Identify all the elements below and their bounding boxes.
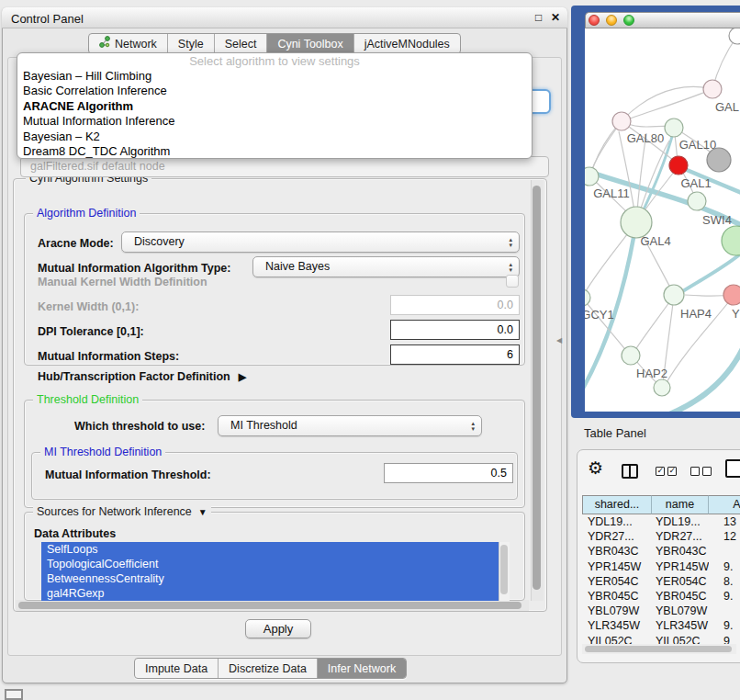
table-cell: YIL052C <box>652 634 709 645</box>
tab-network[interactable]: Network <box>89 34 167 53</box>
table-row[interactable]: YDR27...YDR27...12 <box>582 529 740 544</box>
table-row[interactable]: YBR045CYBR045C9. <box>582 589 740 604</box>
network-node-gal4[interactable] <box>621 207 652 238</box>
control-panel-titlebar[interactable] <box>2 7 567 28</box>
table-cell: 9 <box>709 634 740 645</box>
bottom-left-button-fragment[interactable] <box>5 689 23 700</box>
table-cell: YDR27... <box>652 529 709 544</box>
zoom-traffic-light-icon[interactable] <box>623 15 634 26</box>
data-attributes-list[interactable]: SelfLoopsTopologicalCoefficientBetweenne… <box>41 542 499 601</box>
tab-style[interactable]: Style <box>167 34 214 53</box>
table-row[interactable]: YPR145WYPR145W9. <box>582 559 740 574</box>
node-label-gal1: GAL1 <box>680 176 711 190</box>
network-node-gal1[interactable] <box>669 156 688 175</box>
network-node-gal11[interactable] <box>585 167 599 186</box>
apply-button[interactable]: Apply <box>245 619 311 638</box>
float-window-icon[interactable]: □ <box>535 11 549 24</box>
mi-algorithm-type-value: Naive Bayes <box>265 257 519 277</box>
settings-horizontal-scrollbar-thumb[interactable] <box>18 602 521 609</box>
node-label-hap4: HAP4 <box>680 307 712 321</box>
column-header-name[interactable]: name <box>652 495 709 514</box>
table-row[interactable]: YIL052CYIL052C9 <box>582 634 740 645</box>
node-label-swi4: SWI4 <box>702 213 732 227</box>
table-row[interactable]: YLR345WYLR345W9. <box>582 618 740 633</box>
minimize-traffic-light-icon[interactable] <box>606 15 617 26</box>
node-label-gal4: GAL4 <box>640 234 670 248</box>
table-row[interactable]: YDL19...YDL19...13 <box>582 514 740 529</box>
hub-transcription-factor-expander[interactable]: Hub/Transcription Factor Definition <box>38 370 246 383</box>
which-threshold-combo[interactable]: MI Threshold <box>218 415 482 436</box>
algorithm-dropdown-list: Bayesian – Hill ClimbingBasic Correlatio… <box>17 69 532 159</box>
column-header-a[interactable]: A <box>709 495 740 514</box>
split-columns-icon[interactable] <box>622 464 638 479</box>
network-node-hap4[interactable] <box>664 285 684 305</box>
tab-jactivemnodules[interactable]: jActiveMNodules <box>353 34 460 53</box>
tab-impute-data[interactable]: Impute Data <box>135 659 218 678</box>
deselect-all-checkboxes-icon[interactable] <box>690 467 712 476</box>
kernel-width-field[interactable]: 0.0 <box>390 295 520 315</box>
tab-label: Style <box>178 34 204 54</box>
attribute-item-selfloops[interactable]: SelfLoops <box>41 542 499 557</box>
network-node-y[interactable] <box>723 285 740 305</box>
settings-vertical-scrollbar-thumb[interactable] <box>533 186 541 590</box>
attributes-list-scrollbar-thumb[interactable] <box>500 545 508 594</box>
network-node-gcy1[interactable] <box>585 289 590 306</box>
network-node[interactable] <box>729 28 740 44</box>
algorithm-dropdown-popup: Select algorithm to view settings Bayesi… <box>17 52 533 159</box>
table-row[interactable]: YBL079WYBL079W <box>582 604 740 618</box>
table-cell: YIL052C <box>582 634 652 645</box>
attribute-item-topologicalcoefficient[interactable]: TopologicalCoefficient <box>41 557 499 571</box>
close-traffic-light-icon[interactable] <box>589 15 600 26</box>
tab-label: Discretize Data <box>229 659 307 679</box>
network-node-gal[interactable] <box>703 80 722 98</box>
control-panel-tabbar: NetworkStyleSelectCyni ToolboxjActiveMNo… <box>88 33 461 54</box>
algorithm-option-bayesian-k2[interactable]: Bayesian – K2 <box>17 130 532 144</box>
algorithm-option-bayesian-hill-climbing[interactable]: Bayesian – Hill Climbing <box>17 69 532 84</box>
table-horizontal-scrollbar-thumb[interactable] <box>585 646 732 652</box>
aracne-mode-value: Discovery <box>134 232 519 252</box>
network-node[interactable] <box>722 226 740 255</box>
tab-select[interactable]: Select <box>214 34 267 53</box>
mi-steps-field[interactable]: 6 <box>390 344 520 365</box>
network-node-gal80[interactable] <box>612 112 631 130</box>
algorithm-option-aracne-algorithm[interactable]: ARACNE Algorithm <box>17 99 532 114</box>
algorithm-option-mutual-information-inference[interactable]: Mutual Information Inference <box>17 114 532 129</box>
close-window-icon[interactable]: ✕ <box>551 11 560 24</box>
network-node-swi4[interactable] <box>688 192 706 210</box>
checked-box-icon <box>656 467 665 476</box>
dpi-tolerance-field[interactable]: 0.0 <box>390 320 520 340</box>
gear-icon[interactable]: ⚙ <box>588 459 603 478</box>
column-header-shared[interactable]: shared... <box>582 495 652 514</box>
attribute-item-gal4rgexp[interactable]: gal4RGexp <box>41 586 499 601</box>
node-label-gcy1: GCY1 <box>585 308 614 322</box>
tab-discretize-data[interactable]: Discretize Data <box>218 659 317 678</box>
select-all-checkboxes-icon[interactable] <box>656 467 677 476</box>
node-label-hap2: HAP2 <box>636 367 667 380</box>
algorithm-dropdown-placeholder: Select algorithm to view settings <box>17 53 532 69</box>
table-row[interactable]: YER054CYER054C8. <box>582 574 740 589</box>
which-threshold-value: MI Threshold <box>230 416 481 435</box>
network-node-gal10[interactable] <box>665 119 683 137</box>
network-node-hap2[interactable] <box>622 346 640 365</box>
algorithm-option-dream8-dc-tdc-algorithm[interactable]: Dream8 DC_TDC Algorithm <box>17 144 532 159</box>
manual-kernel-width-checkbox[interactable] <box>506 275 519 288</box>
tab-cyni-toolbox[interactable]: Cyni Toolbox <box>266 34 353 53</box>
table-cell: YBL079W <box>652 604 709 618</box>
network-canvas[interactable]: GALGAL80GAL10GAL1GAL11SWI4GAL4GCY1HAP4YH… <box>585 28 740 412</box>
table-cell: 9. <box>709 618 740 633</box>
table-cell: 8. <box>709 574 740 589</box>
aracne-mode-combo[interactable]: Discovery <box>121 231 520 253</box>
sources-collapser[interactable]: Sources for Network Inference <box>33 506 211 518</box>
mi-algorithm-type-combo[interactable]: Naive Bayes <box>252 256 520 277</box>
network-node[interactable] <box>654 379 670 396</box>
cyni-bottom-tabbar: Impute DataDiscretize DataInfer Network <box>134 658 407 679</box>
splitter-collapse-icon[interactable]: ◀ <box>556 336 562 344</box>
algorithm-option-basic-correlation-inference[interactable]: Basic Correlation Inference <box>17 84 532 98</box>
attribute-item-betweennesscentrality[interactable]: BetweennessCentrality <box>41 571 499 586</box>
table-row[interactable]: YBR043CYBR043C <box>582 544 740 559</box>
mi-threshold-field[interactable]: 0.5 <box>384 463 513 483</box>
tab-infer-network[interactable]: Infer Network <box>317 659 406 678</box>
mi-threshold-definition-title: MI Threshold Definition <box>40 446 165 458</box>
page-icon[interactable] <box>725 459 740 478</box>
network-selector-combo[interactable]: galFiltered.sif default node <box>20 156 549 177</box>
